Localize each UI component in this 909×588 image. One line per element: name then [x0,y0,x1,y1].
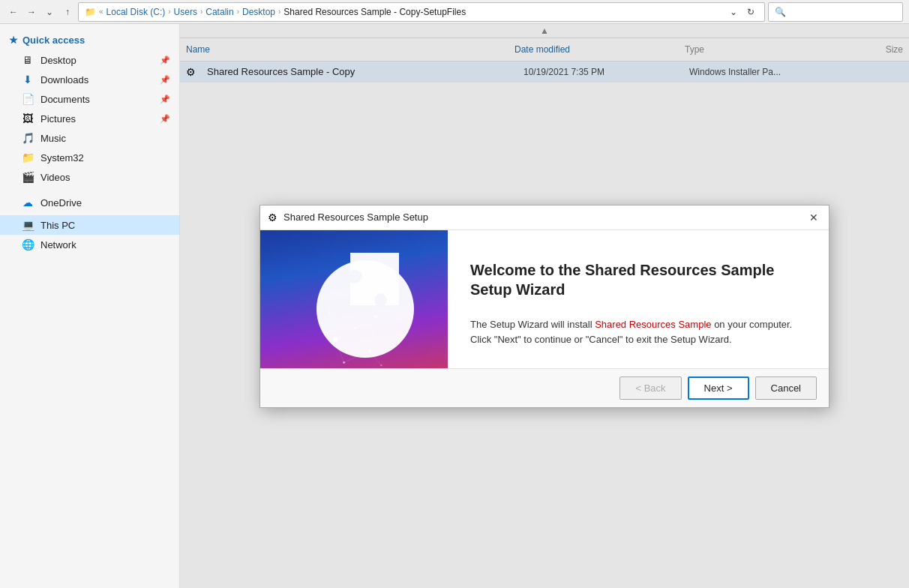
dialog-content-panel: Welcome to the Shared Resources Sample S… [448,230,829,368]
sidebar-item-pictures[interactable]: 🖼 Pictures 📌 [0,109,179,128]
desc-highlight: Shared Resources Sample [595,319,711,330]
sidebar-section-quick-access[interactable]: ★ Quick access [0,30,179,50]
sidebar-item-downloads[interactable]: ⬇ Downloads 📌 [0,70,179,89]
breadcrumb-sep-3: › [237,8,239,16]
dialog-footer: < Back Next > Cancel [260,368,829,407]
pin-icon-documents: 📌 [160,94,170,104]
breadcrumb[interactable]: 📁 « Local Disk (C:) › Users › Catalin › … [78,2,765,22]
music-icon: 🎵 [21,132,34,144]
sidebar-item-desktop[interactable]: 🖥 Desktop 📌 [0,50,179,70]
breadcrumb-local-disk[interactable]: Local Disk (C:) [106,7,166,17]
next-dialog-button[interactable]: Next > [688,376,749,400]
sidebar-item-videos[interactable]: 🎬 Videos [0,167,179,187]
up-button[interactable]: ↑ [60,4,75,20]
sidebar-item-documents[interactable]: 📄 Documents 📌 [0,89,179,109]
system32-icon: 📁 [21,152,34,164]
recent-locations-button[interactable]: ⌄ [42,4,57,20]
dialog-title-icon: ⚙ [268,212,278,224]
star-icon: ★ [9,34,18,46]
sidebar: ★ Quick access 🖥 Desktop 📌 ⬇ Downloads 📌… [0,24,180,588]
sidebar-item-system32[interactable]: 📁 System32 [0,148,179,167]
back-button[interactable]: ← [6,4,21,20]
sidebar-item-network[interactable]: 🌐 Network [0,235,179,254]
breadcrumb-sep-1: › [168,8,170,16]
breadcrumb-expand-icon[interactable]: ⌄ [730,7,737,17]
forward-button[interactable]: → [24,4,39,20]
wizard-description: The Setup Wizard will install Shared Res… [470,317,806,349]
setup-dialog: ⚙ Shared Resources Sample Setup ✕ [260,205,830,408]
sidebar-item-music[interactable]: 🎵 Music [0,128,179,148]
pin-icon-desktop: 📌 [160,56,170,65]
breadcrumb-catalin[interactable]: Catalin [206,7,233,17]
dialog-title-text: Shared Resources Sample Setup [284,212,800,223]
sidebar-onedrive-label: OneDrive [40,197,82,208]
pictures-icon: 🖼 [21,112,34,124]
sidebar-downloads-label: Downloads [40,74,88,86]
sidebar-system32-label: System32 [40,152,84,164]
sidebar-pictures-label: Pictures [40,113,76,124]
search-box[interactable]: 🔍 [768,2,903,22]
sidebar-this-pc-label: This PC [40,220,75,231]
puzzle-graphic [286,230,422,368]
dialog-titlebar: ⚙ Shared Resources Sample Setup ✕ [260,206,829,230]
breadcrumb-users[interactable]: Users [174,7,197,17]
this-pc-icon: 💻 [21,219,34,231]
main-container: ★ Quick access 🖥 Desktop 📌 ⬇ Downloads 📌… [0,24,909,588]
sidebar-item-onedrive[interactable]: ☁ OneDrive [0,193,179,212]
sidebar-videos-label: Videos [40,172,70,183]
dialog-close-button[interactable]: ✕ [806,210,821,225]
videos-icon: 🎬 [21,171,34,183]
quick-access-label: Quick access [22,34,85,46]
dialog-body: Welcome to the Shared Resources Sample S… [260,230,829,368]
breadcrumb-icon: 📁 [85,7,96,17]
breadcrumb-separator: « [99,8,104,16]
downloads-icon: ⬇ [21,74,34,86]
breadcrumb-sep-4: › [278,8,280,16]
breadcrumb-folder[interactable]: Shared Resources Sample - Copy-SetupFile… [284,7,466,17]
desc-part-1: The Setup Wizard will install [470,319,595,330]
sidebar-desktop-label: Desktop [40,55,76,66]
refresh-button[interactable]: ↻ [743,4,758,20]
sidebar-documents-label: Documents [40,94,90,105]
documents-icon: 📄 [21,93,34,105]
titlebar: ← → ⌄ ↑ 📁 « Local Disk (C:) › Users › Ca… [0,0,909,24]
desktop-icon: 🖥 [21,54,34,66]
sidebar-music-label: Music [40,133,66,144]
wizard-title: Welcome to the Shared Resources Sample S… [470,260,806,299]
breadcrumb-desktop[interactable]: Desktop [242,7,275,17]
onedrive-icon: ☁ [21,196,34,208]
breadcrumb-sep-2: › [200,8,202,16]
pin-icon-downloads: 📌 [160,75,170,85]
dialog-overlay: ⚙ Shared Resources Sample Setup ✕ [180,24,909,588]
pin-icon-pictures: 📌 [160,114,170,124]
back-dialog-button[interactable]: < Back [620,376,681,400]
dialog-graphic-panel [260,230,448,368]
content-area: ▲ Name Date modified Type Size ⚙ Shared … [180,24,909,588]
cancel-dialog-button[interactable]: Cancel [755,376,817,400]
search-icon: 🔍 [775,7,786,17]
sidebar-network-label: Network [40,239,76,250]
sidebar-item-this-pc[interactable]: 💻 This PC [0,215,179,235]
network-icon: 🌐 [21,238,34,250]
